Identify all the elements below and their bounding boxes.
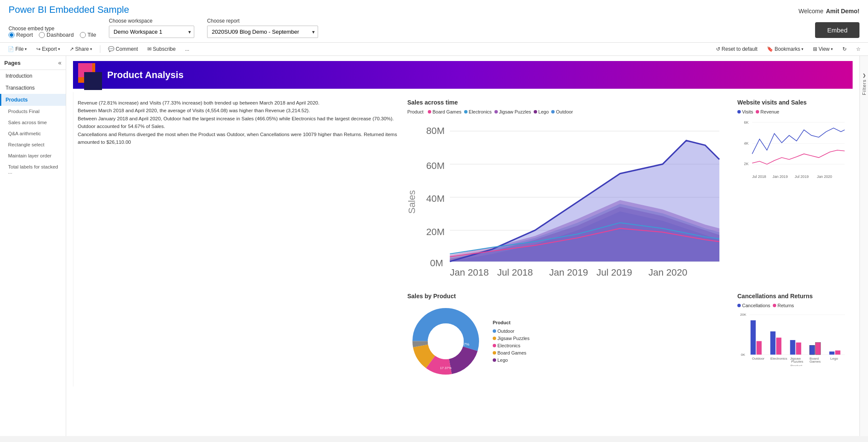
more-button[interactable]: ... [181, 44, 193, 54]
svg-text:Jul 2019: Jul 2019 [795, 174, 809, 179]
filters-label: Filters [862, 79, 867, 95]
legend-revenue: Revenue [756, 109, 779, 114]
cancellations-chart: Cancellations and Returns Cancellations … [733, 286, 853, 387]
svg-text:40M: 40M [426, 193, 444, 204]
radio-report[interactable]: Report [9, 32, 33, 38]
sidebar-item-sales-across-time[interactable]: Sales across time [0, 117, 66, 128]
donut-legend-electronics: Electronics [493, 343, 529, 348]
cancellations-legend: Cancellations Returns [737, 303, 848, 308]
sidebar-collapse-button[interactable]: « [58, 59, 61, 66]
sales-time-svg: 80M 60M 40M 20M 0M [407, 117, 729, 278]
subscribe-button[interactable]: ✉ Subscribe [144, 44, 179, 54]
cancellations-svg: 20K 0K [737, 311, 848, 366]
analysis-text-2: Between March 2018 and April 2020, the a… [78, 107, 399, 114]
workspace-select[interactable]: Demo Workspace 1 [109, 26, 194, 38]
radio-dashboard[interactable]: Dashboard [39, 32, 74, 38]
view-button[interactable]: ⊞ View ▾ [810, 45, 836, 53]
svg-text:Year: Year [568, 276, 587, 277]
reset-button[interactable]: ↺ Reset to default [713, 45, 760, 53]
svg-text:Jan 2019: Jan 2019 [549, 267, 588, 277]
svg-rect-56 [835, 350, 840, 355]
svg-text:60M: 60M [426, 160, 444, 171]
donut-legend: Product Outdoor Jigsaw Puzzles [493, 320, 529, 363]
svg-text:Games: Games [810, 359, 821, 363]
svg-rect-50 [776, 337, 781, 355]
svg-rect-53 [810, 345, 815, 355]
workspace-dropdown-wrapper: Demo Workspace 1 [109, 26, 194, 38]
share-chevron-icon: ▾ [90, 47, 92, 51]
svg-text:54.67%: 54.67% [456, 342, 470, 346]
analysis-text-3: Between January 2018 and April 2020, Out… [78, 115, 399, 122]
bookmarks-button[interactable]: 🔖 Bookmarks ▾ [764, 45, 807, 53]
report-label: Choose report [207, 18, 318, 24]
donut-svg: 11.96% 12.98% 17.37% 54.67% [407, 303, 484, 380]
analysis-text-5: Cancellations and Returns diverged the m… [78, 131, 399, 146]
svg-text:Lego: Lego [830, 357, 839, 361]
sidebar-item-qa-arithmetic[interactable]: Q&A arithmetic [0, 128, 66, 139]
svg-text:4K: 4K [744, 141, 749, 145]
sales-by-product-chart: Sales by Product [403, 286, 733, 387]
svg-marker-14 [450, 140, 719, 261]
header-controls: Choose embed type Report Dashboard Tile … [9, 18, 859, 42]
filters-chevron-icon: ❯ [862, 73, 866, 78]
svg-rect-51 [790, 340, 795, 355]
legend-jigsaw: Jigsaw Puzzles [494, 109, 531, 114]
export-chevron-icon: ▾ [58, 47, 60, 51]
svg-text:Year: Year [795, 179, 802, 180]
comment-button[interactable]: 💬 Comment [105, 44, 141, 54]
visits-legend: Visits Revenue [737, 109, 848, 114]
sidebar-item-maintain-layer-order[interactable]: Maintain layer order [0, 150, 66, 161]
file-button[interactable]: 📄 File ▾ [4, 44, 30, 54]
svg-rect-54 [815, 342, 821, 354]
svg-text:80M: 80M [426, 125, 444, 136]
svg-text:Jul 2019: Jul 2019 [596, 267, 632, 277]
bookmark-icon: 🔖 [767, 46, 773, 52]
toolbar-right: ↺ Reset to default 🔖 Bookmarks ▾ ⊞ View … [713, 45, 864, 53]
refresh-button[interactable]: ↻ [839, 45, 850, 53]
sidebar-item-introduction[interactable]: Introduction [0, 70, 66, 82]
sidebar-item-products-final[interactable]: Products Final [0, 106, 66, 117]
embed-button[interactable]: Embed [815, 22, 859, 38]
sidebar-item-transactions[interactable]: Transactions [0, 82, 66, 94]
svg-text:0K: 0K [741, 352, 745, 356]
donut-legend-lego: Lego [493, 358, 529, 363]
legend-board-games: Board Games [428, 109, 462, 114]
report-section: Choose report 2020SU09 Blog Demo - Septe… [207, 18, 318, 38]
banner-title: Product Analysis [107, 70, 184, 81]
filters-panel[interactable]: ❯ Filters [859, 56, 868, 436]
sidebar-item-rectangle-select[interactable]: Rectangle select [0, 139, 66, 150]
export-icon: ↪ [36, 46, 41, 52]
share-icon: ↗ [70, 46, 74, 52]
svg-text:2K: 2K [744, 162, 749, 166]
favorite-button[interactable]: ☆ [853, 45, 864, 53]
donut-chart-title: Sales by Product [407, 293, 729, 300]
file-chevron-icon: ▾ [25, 47, 27, 51]
sidebar-header: Pages « [0, 56, 66, 70]
report-select[interactable]: 2020SU09 Blog Demo - September [207, 26, 318, 38]
radio-tile[interactable]: Tile [80, 32, 96, 38]
legend-electronics: Electronics [464, 109, 492, 114]
legend-cancellations: Cancellations [737, 303, 770, 308]
main-layout: Pages « Introduction Transactions Produc… [0, 56, 868, 436]
svg-rect-52 [796, 342, 801, 354]
legend-outdoor: Outdoor [551, 109, 573, 114]
export-button[interactable]: ↪ Export ▾ [33, 44, 64, 54]
report-wrapper: Product Analysis Sales across time Produ… [66, 56, 859, 436]
share-button[interactable]: ↗ Share ▾ [66, 44, 96, 54]
legend-lego: Lego [534, 109, 549, 114]
sidebar-item-total-labels[interactable]: Total labels for stacked ... [0, 161, 66, 177]
svg-text:20K: 20K [740, 313, 747, 317]
workspace-section: Choose workspace Demo Workspace 1 [109, 18, 194, 38]
donut-legend-board-games: Board Games [493, 350, 529, 355]
bookmarks-chevron-icon: ▾ [801, 47, 804, 51]
file-icon: 📄 [8, 46, 14, 52]
svg-rect-47 [751, 320, 756, 354]
svg-rect-48 [757, 341, 762, 355]
embed-type-section: Choose embed type Report Dashboard Tile [9, 26, 96, 38]
svg-text:Jul 2018: Jul 2018 [752, 174, 766, 179]
svg-text:0M: 0M [430, 258, 443, 268]
legend-visits: Visits [737, 109, 753, 114]
sidebar-item-products[interactable]: Products [0, 94, 66, 106]
donut-area: 11.96% 12.98% 17.37% 54.67% Product O [407, 303, 729, 380]
toolbar-separator-1 [100, 45, 100, 53]
